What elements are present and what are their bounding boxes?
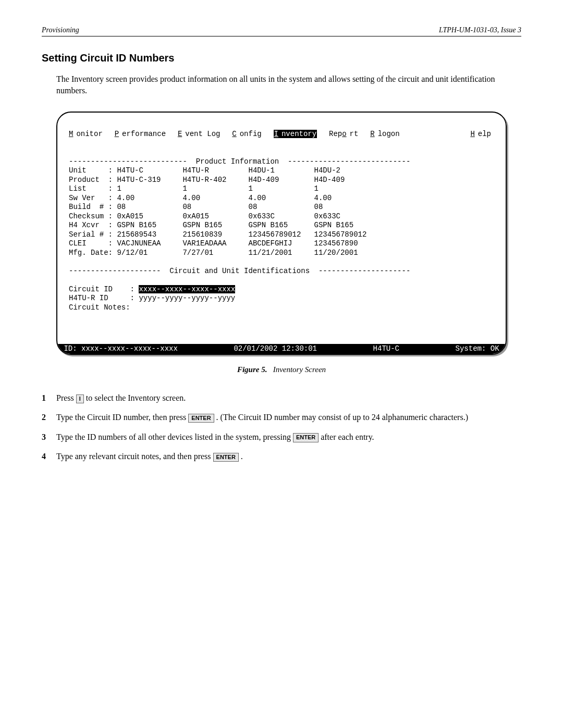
menu-performance[interactable]: Performance: [115, 130, 166, 138]
menu-help[interactable]: Help: [470, 130, 491, 139]
menu-inventory[interactable]: Inventory: [274, 130, 317, 138]
step-1: 1Press I to select the Inventory screen.: [42, 392, 521, 404]
row-checksum: Checksum : 0xA015 0xA015 0x633C 0x633C: [69, 212, 340, 220]
row-mfg: Mfg. Date: 9/12/01 7/27/01 11/21/2001 11…: [69, 249, 358, 257]
key-enter: ENTER: [213, 453, 239, 462]
menu-eventlog[interactable]: Event Log: [178, 130, 221, 138]
menu-rlogon[interactable]: Rlogon: [370, 130, 399, 138]
terminal-menu: Monitor Performance Event Log Config Inv…: [69, 130, 494, 139]
row-product: Product : H4TU-C-319 H4TU-R-402 H4D-409 …: [69, 176, 345, 184]
terminal-screen: Monitor Performance Event Log Config Inv…: [56, 112, 507, 355]
menu-report[interactable]: Report: [329, 130, 358, 138]
circuit-id-row[interactable]: Circuit ID : xxxx--xxxx--xxxx--xxxx: [69, 285, 235, 293]
header-right: LTPH-UM-1031-03, Issue 3: [439, 26, 521, 34]
terminal-statusbar: ID: xxxx--xxxx--xxxx--xxxx02/01/2002 12:…: [57, 344, 506, 354]
figure-caption: Figure 5. Inventory Screen: [42, 365, 521, 374]
row-swver: Sw Ver : 4.00 4.00 4.00 4.00: [69, 194, 332, 202]
status-id: ID: xxxx--xxxx--xxxx--xxxx: [59, 344, 178, 354]
divider: ---------------------------: [69, 157, 196, 166]
figure-title: Inventory Screen: [273, 365, 326, 374]
menu-monitor[interactable]: Monitor: [69, 130, 103, 138]
row-build: Build # : 08 08 08 08: [69, 203, 323, 211]
row-unit: Unit : H4TU-C H4TU-R H4DU-1 H4DU-2: [69, 166, 340, 175]
key-enter: ENTER: [188, 414, 214, 423]
row-list: List : 1 1 1 1: [69, 184, 319, 193]
circuit-notes-row[interactable]: Circuit Notes:: [69, 303, 130, 312]
step-3: 3Type the ID numbers of all other device…: [42, 431, 521, 443]
key-enter: ENTER: [293, 433, 319, 442]
status-unit: H4TU-C: [373, 344, 399, 354]
divider: ---------------------: [310, 267, 410, 275]
menu-config[interactable]: Config: [232, 130, 261, 138]
figure-label: Figure 5.: [237, 365, 267, 374]
status-datetime: 02/01/2002 12:30:01: [234, 344, 317, 354]
header-left: Provisioning: [42, 26, 79, 34]
key-i: I: [76, 394, 84, 403]
steps-list: 1Press I to select the Inventory screen.…: [42, 392, 521, 462]
row-h4xcvr: H4 Xcvr : GSPN B165 GSPN B165 GSPN B165 …: [69, 221, 353, 229]
status-system: System: OK: [456, 344, 504, 354]
intro-paragraph: The Inventory screen provides product in…: [56, 73, 521, 97]
row-clei: CLEI : VACJNUNEAA VAR1EADAAA ABCDEFGHIJ …: [69, 239, 358, 248]
section2-title: Circuit and Unit Identifications: [169, 267, 310, 275]
divider: ---------------------: [69, 267, 169, 275]
section-heading: Setting Circuit ID Numbers: [42, 52, 521, 64]
step-4: 4Type any relevant circuit notes, and th…: [42, 450, 521, 462]
page-header: Provisioning LTPH-UM-1031-03, Issue 3: [42, 26, 521, 36]
section1-title: Product Information: [196, 157, 279, 166]
divider: ----------------------------: [279, 157, 410, 166]
h4tur-id-row[interactable]: H4TU-R ID : yyyy--yyyy--yyyy--yyyy: [69, 294, 235, 302]
step-2: 2Type the Circuit ID number, then press …: [42, 411, 521, 423]
row-serial: Serial # : 215689543 215610839 123456789…: [69, 230, 366, 239]
